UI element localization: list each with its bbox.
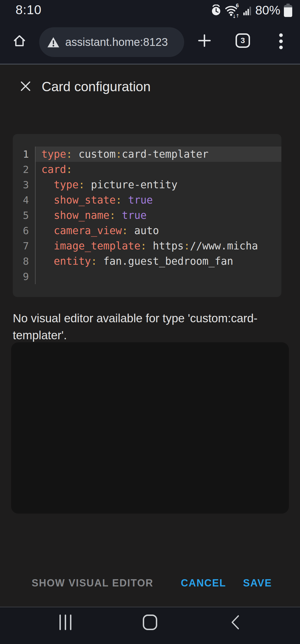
line-number: 8 [13,254,36,269]
url-text: assistant.home:8123 [65,36,168,48]
battery-icon [284,4,292,17]
line-code: card: [36,162,281,177]
alarm-icon [211,4,222,16]
line-number: 9 [13,269,36,284]
home-icon[interactable] [12,33,27,48]
svg-text:6: 6 [236,3,239,8]
no-visual-editor-message: No visual editor available for type 'cus… [13,310,277,344]
editor-line[interactable]: 6 camera_view: auto [13,223,281,238]
toolbar-divider [0,64,300,65]
signal-icon [243,5,252,15]
line-number: 5 [13,208,36,223]
line-number: 1 [13,147,36,162]
status-icons: 6 ↓ ↑ 80% [211,2,292,18]
android-nav-bar [0,607,300,644]
site-warning-icon[interactable] [47,36,60,48]
show-visual-editor-button[interactable]: SHOW VISUAL EDITOR [32,576,153,590]
line-number: 2 [13,162,36,177]
phone-screen: 8:10 6 ↓ ↑ [0,0,300,644]
close-icon[interactable] [19,80,32,92]
browser-toolbar: assistant.home:8123 3 [0,18,300,64]
line-code: show_name: true [36,208,281,223]
wifi6-icon: 6 ↓ ↑ [225,3,240,18]
new-tab-icon[interactable] [198,34,211,47]
editor-line[interactable]: 3 type: picture-entity [13,177,281,192]
nav-home-icon[interactable] [143,615,157,630]
line-code: type: picture-entity [36,177,281,192]
line-number: 4 [13,192,36,208]
line-number: 6 [13,223,36,238]
back-icon[interactable] [230,615,240,630]
line-number: 3 [13,177,36,192]
recents-icon[interactable] [59,615,71,630]
line-code: show_state: true [36,192,281,208]
tab-switcher[interactable]: 3 [236,33,250,48]
editor-line[interactable]: 7 image_template: https://www.micha [13,238,281,254]
cancel-button[interactable]: CANCEL [181,576,226,590]
status-time: 8:10 [16,2,42,17]
browser-chrome: 8:10 6 ↓ ↑ [0,0,300,64]
line-code: image_template: https://www.micha [36,238,281,254]
line-code: type: custom:card-templater [36,147,281,162]
line-code [36,269,281,284]
battery-percent: 80% [255,3,280,18]
url-bar[interactable]: assistant.home:8123 [39,27,184,57]
editor-line[interactable]: 4 show_state: true [13,192,281,208]
editor-line[interactable]: 9 [13,269,281,284]
save-button[interactable]: SAVE [243,576,272,590]
line-number: 7 [13,238,36,254]
editor-line[interactable]: 2card: [13,162,281,177]
svg-text:↑: ↑ [236,13,239,18]
editor-line[interactable]: 5 show_name: true [13,208,281,223]
line-code: entity: fan.guest_bedroom_fan [36,254,281,269]
editor-rows: 1type: custom:card-templater2card:3 type… [13,147,281,284]
tab-count: 3 [241,36,245,45]
editor-line[interactable]: 8 entity: fan.guest_bedroom_fan [13,254,281,269]
editor-line[interactable]: 1type: custom:card-templater [13,147,281,162]
card-preview-container: Guest Bedroom Fan Off [11,342,289,514]
yaml-code-editor[interactable]: 1type: custom:card-templater2card:3 type… [13,134,281,297]
overflow-menu-icon[interactable] [278,33,284,49]
page-title: Card configuration [42,79,151,94]
line-code: camera_view: auto [36,223,281,238]
